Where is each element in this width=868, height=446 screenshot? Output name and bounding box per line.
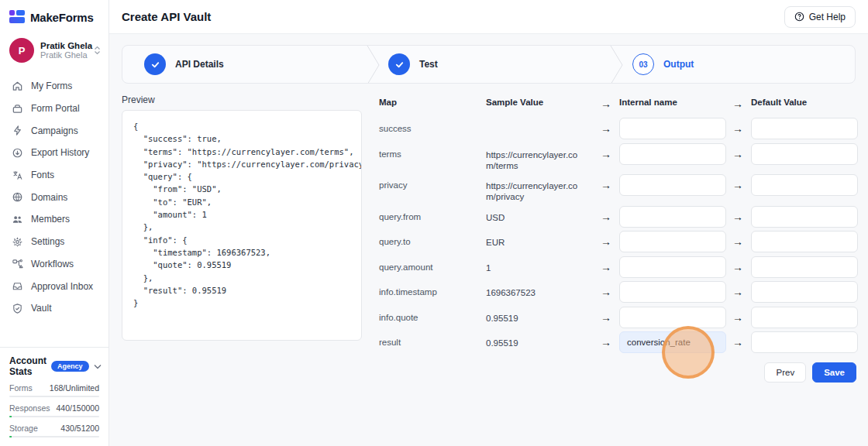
arrow-icon: →: [601, 231, 619, 248]
row-sample-value: [486, 118, 601, 124]
arrow-icon: →: [601, 143, 619, 160]
arrow-icon: →: [732, 281, 751, 298]
sidebar-item-campaigns[interactable]: Campaigns: [0, 119, 108, 142]
step-label: Output: [663, 59, 694, 70]
table-header: Map Sample Value → Internal name → Defau…: [379, 98, 856, 110]
default-value-input[interactable]: [751, 331, 858, 353]
sidebar-item-settings[interactable]: Settings: [0, 231, 108, 253]
row-sample-value: 1696367523: [486, 281, 601, 298]
brand-logo[interactable]: MakeForms: [0, 0, 108, 32]
sidebar-item-vault[interactable]: Vault: [0, 297, 108, 320]
default-value-input[interactable]: [751, 174, 858, 196]
internal-name-input[interactable]: [619, 307, 726, 328]
inbox-icon: [11, 280, 23, 293]
sidebar-item-form-portal[interactable]: Form Portal: [0, 98, 108, 120]
sidebar-item-my-forms[interactable]: My Forms: [0, 75, 108, 98]
internal-name-input[interactable]: [619, 231, 726, 252]
gear-icon: [11, 235, 23, 248]
json-code: { "success": true, "terms": "https://cur…: [133, 120, 350, 309]
table-row: result 0.95519 → →: [379, 331, 856, 353]
get-help-button[interactable]: Get Help: [784, 6, 856, 28]
arrow-icon: →: [601, 118, 619, 135]
json-preview: { "success": true, "terms": "https://cur…: [122, 110, 362, 341]
row-key: query.from: [379, 206, 486, 221]
step-output[interactable]: 03 Output: [611, 46, 855, 83]
brand-name: MakeForms: [30, 11, 94, 24]
arrow-icon: →: [732, 307, 751, 324]
default-value-input[interactable]: [751, 256, 858, 278]
sidebar-item-label: Members: [31, 214, 70, 225]
sidebar: MakeForms P Pratik Ghela Pratik Ghela My…: [0, 0, 109, 446]
sidebar-item-workflows[interactable]: Workflows: [0, 253, 108, 276]
default-value-input[interactable]: [751, 281, 858, 303]
default-value-input[interactable]: [751, 118, 858, 139]
table-row: info.timestamp 1696367523 → →: [379, 281, 856, 303]
main-content: API Details Test 03 Output Preview { "su…: [109, 34, 868, 446]
step-label: API Details: [175, 59, 224, 70]
default-value-input[interactable]: [751, 206, 858, 228]
account-stats: Account Stats Agency Forms 168/Unlimited: [0, 347, 108, 446]
step-api-details[interactable]: API Details: [122, 46, 367, 83]
sidebar-item-fonts[interactable]: Fonts: [0, 164, 108, 187]
row-key: info.timestamp: [379, 281, 486, 297]
arrow-icon: →: [601, 174, 619, 191]
row-sample-value: 1: [486, 256, 601, 273]
row-sample-value: https://currencylayer.com/privacy: [486, 174, 601, 202]
internal-name-input[interactable]: [619, 256, 726, 278]
table-row: query.from USD → →: [379, 206, 856, 228]
sidebar-item-domains[interactable]: Domains: [0, 186, 108, 208]
internal-name-input[interactable]: [619, 174, 726, 196]
plan-badge: Agency: [51, 361, 89, 372]
home-icon: [11, 80, 23, 92]
arrow-icon: →: [732, 331, 751, 348]
prev-button[interactable]: Prev: [764, 362, 806, 383]
globe-icon: [11, 191, 23, 204]
header-default-value: Default Value: [751, 98, 856, 107]
arrow-icon: →: [601, 307, 619, 324]
stat-value: 430/51200: [60, 424, 99, 433]
sidebar-nav: My Forms Form Portal Campaigns Export Hi…: [0, 72, 108, 323]
internal-name-input[interactable]: [619, 331, 726, 353]
row-key: info.quote: [379, 307, 486, 322]
arrow-icon: →: [601, 281, 619, 298]
preview-panel: Preview { "success": true, "terms": "htt…: [122, 94, 362, 383]
user-menu[interactable]: P Pratik Ghela Pratik Ghela: [0, 32, 108, 72]
arrow-icon: →: [732, 143, 751, 160]
table-row: success → →: [379, 118, 856, 139]
header-internal-name: Internal name: [619, 98, 732, 107]
account-stats-title: Account Stats: [9, 355, 46, 377]
row-sample-value: 0.95519: [486, 307, 601, 324]
arrow-icon: →: [732, 118, 751, 135]
table-row: info.quote 0.95519 → →: [379, 307, 856, 328]
internal-name-input[interactable]: [619, 143, 726, 165]
row-key: success: [379, 118, 486, 133]
sidebar-item-label: Campaigns: [31, 125, 78, 136]
row-key: query.to: [379, 231, 486, 246]
sidebar-item-approval-inbox[interactable]: Approval Inbox: [0, 275, 108, 297]
default-value-input[interactable]: [751, 231, 858, 252]
cloud-download-icon: [11, 146, 23, 159]
arrow-icon: →: [732, 206, 751, 223]
sidebar-item-export-history[interactable]: Export History: [0, 142, 108, 164]
footer-actions: Prev Save: [379, 362, 856, 383]
lightning-icon: [11, 125, 23, 137]
sidebar-item-label: Workflows: [31, 259, 74, 269]
sidebar-item-label: Domains: [31, 192, 67, 203]
portal-icon: [11, 102, 23, 115]
header-sample-value: Sample Value: [486, 98, 601, 107]
stat-value: 168/Unlimited: [50, 383, 99, 393]
row-sample-value: 0.95519: [486, 331, 601, 348]
default-value-input[interactable]: [751, 143, 858, 165]
internal-name-input[interactable]: [619, 206, 726, 228]
stat-label: Storage: [9, 424, 38, 433]
sidebar-item-members[interactable]: Members: [0, 208, 108, 231]
arrow-icon: →: [601, 256, 619, 273]
default-value-input[interactable]: [751, 307, 858, 328]
table-row: privacy https://currencylayer.com/privac…: [379, 174, 856, 202]
internal-name-input[interactable]: [619, 118, 726, 139]
internal-name-input[interactable]: [619, 281, 726, 303]
chevron-down-icon[interactable]: [94, 364, 102, 369]
step-test[interactable]: Test: [367, 46, 611, 83]
save-button[interactable]: Save: [812, 362, 856, 383]
row-key: result: [379, 331, 486, 347]
